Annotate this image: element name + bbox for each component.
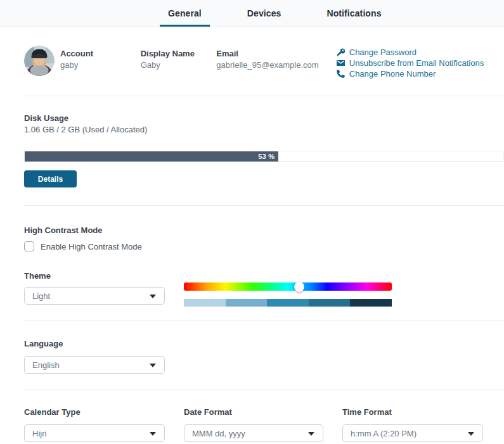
time-format-group: Time Format h:mm A (2:20 PM) [342, 407, 483, 442]
theme-swatches [184, 299, 392, 307]
tab-general-label: General [168, 8, 202, 18]
language-select[interactable]: English [24, 356, 165, 374]
progress-percent-label: 53 % [258, 153, 275, 160]
details-button[interactable]: Details [24, 170, 77, 187]
email-label: Email [216, 49, 336, 59]
language-select-value: English [32, 360, 60, 370]
date-format-group: Date Format MMM dd, yyyy [184, 407, 323, 442]
theme-row: Light [24, 287, 504, 307]
date-format-select[interactable]: MMM dd, yyyy [184, 424, 323, 442]
tab-devices[interactable]: Devices [239, 0, 290, 27]
theme-swatch[interactable] [309, 299, 351, 307]
unsubscribe-email-label: Unsubscribe from Email Notifications [349, 58, 484, 68]
phone-icon [337, 70, 345, 78]
high-contrast-row: Enable High Contrast Mode [24, 241, 504, 251]
tab-notifications-label: Notifications [326, 8, 381, 18]
progress-fill: 53 % [25, 151, 278, 162]
email-value: gabrielle_95@example.com [216, 60, 336, 70]
settings-page: General Devices Notifications [0, 0, 504, 444]
tab-bar: General Devices Notifications [0, 0, 504, 27]
display-name-label: Display Name [141, 49, 217, 59]
high-contrast-checkbox-label: Enable High Contrast Mode [41, 242, 142, 251]
calendar-type-group: Calendar Type Hijri [24, 407, 165, 442]
tab-general[interactable]: General [160, 0, 210, 27]
calendar-type-select-value: Hijri [32, 429, 46, 438]
appearance-section: High Contrast Mode Enable High Contrast … [24, 206, 504, 321]
calendar-type-select[interactable]: Hijri [24, 424, 165, 442]
hue-slider[interactable] [184, 282, 392, 291]
date-format-title: Date Format [184, 407, 323, 417]
account-label: Account [60, 49, 141, 59]
avatar-image [24, 46, 55, 76]
calendar-type-title: Calendar Type [24, 407, 165, 417]
tab-devices-label: Devices [247, 8, 281, 18]
change-phone-link[interactable]: Change Phone Number [337, 68, 504, 79]
change-password-link[interactable]: Change Password [337, 47, 504, 58]
account-actions: Change Password Unsubscribe from Email N… [337, 46, 504, 79]
theme-swatch[interactable] [226, 299, 268, 307]
display-name-field: Display Name Gaby [141, 46, 217, 70]
envelope-icon [337, 59, 345, 67]
theme-select-value: Light [32, 291, 50, 301]
disk-usage-title: Disk Usage [24, 113, 504, 123]
hue-slider-handle[interactable] [294, 282, 304, 292]
time-format-select[interactable]: h:mm A (2:20 PM) [342, 424, 483, 442]
change-phone-label: Change Phone Number [349, 69, 436, 79]
high-contrast-title: High Contrast Mode [24, 225, 504, 235]
time-format-select-value: h:mm A (2:20 PM) [351, 429, 417, 438]
date-format-select-value: MMM dd, yyyy [192, 429, 245, 438]
tab-notifications[interactable]: Notifications [318, 0, 389, 27]
account-value: gaby [60, 60, 141, 70]
unsubscribe-email-link[interactable]: Unsubscribe from Email Notifications [337, 58, 504, 68]
disk-usage-section: Disk Usage 1.06 GB / 2 GB (Used / Alloca… [24, 96, 504, 206]
theme-title: Theme [24, 271, 504, 281]
display-name-value: Gaby [141, 60, 217, 70]
high-contrast-checkbox[interactable] [24, 241, 34, 251]
theme-swatch[interactable] [267, 299, 309, 307]
theme-swatch[interactable] [350, 299, 392, 307]
email-field: Email gabrielle_95@example.com [216, 46, 336, 70]
disk-usage-value: 1.06 GB / 2 GB (Used / Allocated) [24, 125, 504, 135]
language-title: Language [24, 339, 504, 348]
theme-swatch[interactable] [184, 299, 226, 307]
theme-select[interactable]: Light [24, 287, 165, 305]
theme-color-picker [184, 282, 392, 307]
account-field: Account gaby [60, 46, 141, 70]
account-section: Account gaby Display Name Gaby Email gab… [24, 27, 504, 96]
avatar [24, 46, 55, 76]
disk-usage-progressbar: 53 % [24, 151, 504, 162]
change-password-label: Change Password [349, 48, 417, 57]
time-format-title: Time Format [342, 407, 483, 417]
language-section: Language English [24, 321, 504, 390]
key-icon [337, 48, 345, 56]
settings-content: Account gaby Display Name Gaby Email gab… [0, 27, 504, 444]
datetime-section: Calendar Type Hijri Date Format MMM dd, … [24, 390, 504, 444]
